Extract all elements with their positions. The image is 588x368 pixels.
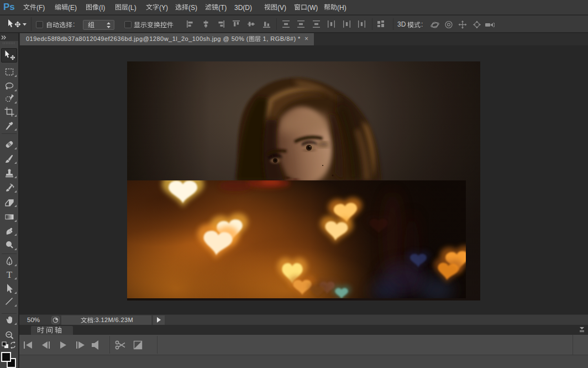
svg-text:T: T (6, 269, 12, 279)
